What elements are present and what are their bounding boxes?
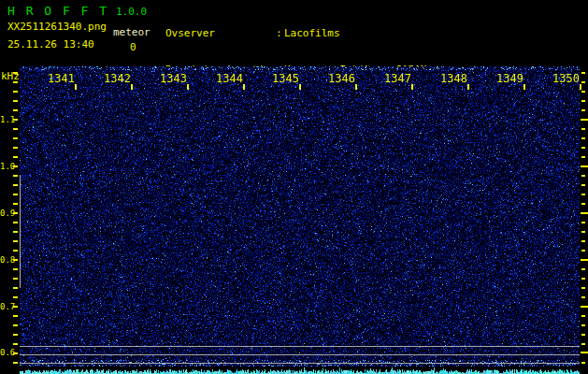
freq-axis-tick-left (13, 259, 18, 261)
freq-axis-tick-left (13, 137, 18, 139)
time-axis-label: 1349 (494, 72, 523, 85)
time-axis-label: 1342 (101, 72, 131, 85)
time-axis-tick (243, 84, 245, 90)
freq-axis-label: 1.0 (0, 162, 12, 171)
freq-axis-tick-right (581, 250, 585, 252)
freq-axis-label: 0.8 (0, 255, 12, 265)
time-axis-tick (131, 84, 133, 90)
freq-axis-tick-left (13, 165, 18, 167)
freq-axis-tick-right (581, 147, 585, 149)
freq-axis-tick-left (13, 128, 18, 130)
freq-axis-tick-left (13, 184, 18, 186)
time-axis-tick (523, 84, 525, 90)
freq-axis-tick-left (13, 100, 18, 102)
freq-axis-tick-right (581, 343, 585, 345)
time-axis-tick (355, 84, 357, 90)
freq-axis-tick-right (581, 324, 585, 326)
freq-axis-tick-right (581, 334, 585, 336)
freq-axis-tick-left (13, 147, 18, 149)
freq-axis-tick-left (13, 231, 18, 233)
freq-axis-tick-right (581, 137, 585, 139)
freq-axis-tick-left (13, 212, 18, 214)
freq-axis-tick-right (581, 287, 585, 289)
freq-axis-tick-right (581, 109, 585, 111)
freq-axis-tick-right (581, 156, 585, 158)
freq-axis-tick-left (13, 287, 18, 289)
time-axis-tick (411, 84, 413, 90)
freq-axis-tick-left (13, 362, 18, 364)
freq-axis-tick-left (13, 240, 18, 242)
freq-axis-tick-left (13, 250, 18, 252)
time-axis-label: 1347 (381, 72, 411, 85)
time-axis-label: 1346 (325, 72, 355, 85)
freq-axis-major-tick-right (581, 212, 588, 214)
time-axis-label: 1350 (550, 72, 580, 85)
freq-axis-tick-left (13, 296, 18, 298)
time-axis-tick (299, 84, 301, 90)
freq-axis-major-tick-right (581, 165, 588, 167)
time-axis-tick (75, 84, 77, 90)
hrofft-window: H R O F F T 1.0.0 XX2511261340.png meteo… (0, 0, 588, 374)
freq-axis-tick-right (581, 296, 585, 298)
time-axis-label: 1345 (269, 72, 299, 85)
vertical-marker-line (20, 175, 21, 288)
spectrogram-plot: kHz 1.1 1.0 0.9 0.8 0.7 0.6 1341 1342 13… (0, 0, 588, 374)
freq-axis-label: 0.9 (0, 209, 12, 218)
horizontal-marker-line (20, 363, 580, 364)
freq-axis-tick-left (13, 109, 18, 111)
freq-axis-tick-right (581, 194, 585, 195)
freq-axis-label: 0.7 (0, 302, 12, 311)
freq-axis-tick-right (581, 362, 585, 364)
freq-axis-tick-right (581, 315, 585, 317)
freq-axis-tick-right (581, 128, 585, 130)
freq-axis-tick-left (13, 194, 18, 195)
freq-axis-tick-right (581, 240, 585, 242)
freq-axis-major-tick-right (581, 306, 588, 308)
freq-axis-tick-left (13, 175, 18, 177)
spectrogram-noise-canvas (20, 66, 580, 367)
freq-axis-tick-right (581, 100, 585, 102)
freq-axis-tick-left (13, 334, 18, 336)
signal-level-strip-canvas (20, 367, 580, 374)
freq-axis-tick-left (13, 81, 18, 83)
freq-axis-major-tick-right (581, 352, 588, 353)
freq-axis-tick-left (13, 352, 18, 354)
freq-axis-tick-left (13, 306, 18, 308)
freq-axis-tick-right (581, 72, 585, 74)
freq-axis-tick-left (13, 268, 18, 270)
freq-axis-label: 0.6 (0, 348, 12, 357)
freq-axis-tick-right (581, 268, 585, 270)
freq-axis-tick-right (581, 222, 585, 223)
time-axis-tick (467, 84, 469, 90)
freq-axis-tick-left (13, 324, 18, 326)
freq-axis-tick-right (581, 184, 585, 186)
freq-axis-tick-left (13, 203, 18, 205)
freq-axis-tick-left (13, 91, 18, 93)
horizontal-marker-line (20, 354, 580, 355)
freq-axis-tick-right (581, 203, 585, 205)
freq-axis-tick-right (581, 175, 585, 177)
freq-axis-tick-left (13, 222, 18, 223)
freq-axis-tick-left (13, 119, 18, 121)
time-axis-tick (187, 84, 189, 90)
freq-axis-tick-right (581, 231, 585, 233)
freq-axis-major-tick-right (581, 119, 588, 121)
freq-axis-tick-left (13, 315, 18, 317)
freq-axis-tick-right (581, 278, 585, 280)
time-axis-label: 1343 (157, 72, 187, 85)
freq-axis-tick-right (581, 91, 585, 93)
freq-axis-label: 1.1 (0, 115, 12, 124)
time-axis-tick (580, 84, 581, 90)
freq-axis-tick-left (13, 156, 18, 158)
time-axis-label: 1341 (45, 72, 75, 85)
time-axis-label: 1348 (437, 72, 467, 85)
freq-axis-tick-left (13, 278, 18, 280)
time-axis-label: 1344 (213, 72, 243, 85)
horizontal-marker-line (20, 346, 580, 347)
freq-axis-tick-right (581, 81, 585, 83)
freq-axis-tick-left (13, 343, 18, 345)
freq-axis-major-tick-right (581, 259, 588, 261)
freq-axis-tick-left (13, 72, 18, 74)
